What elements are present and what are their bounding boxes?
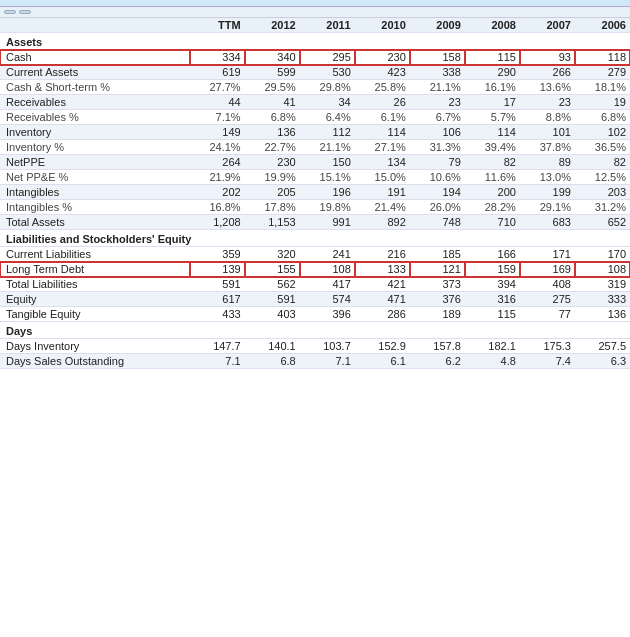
row-value: 19.9% [245,170,300,185]
col-2007-header: 2007 [520,18,575,33]
row-value: 19.8% [300,200,355,215]
col-2006-header: 2006 [575,18,630,33]
row-label: Current Assets [0,65,190,80]
row-value: 16.1% [465,80,520,95]
row-label: Intangibles [0,185,190,200]
row-value: 27.7% [190,80,245,95]
row-value: 29.5% [245,80,300,95]
row-value: 102 [575,125,630,140]
row-value: 175.3 [520,339,575,354]
section-header-row: Liabilities and Stockholders' Equity [0,230,630,247]
row-value: 6.8% [575,110,630,125]
row-value: 991 [300,215,355,230]
row-value: 319 [575,277,630,292]
row-value: 257.5 [575,339,630,354]
col-2012-header: 2012 [245,18,300,33]
row-value: 108 [300,262,355,277]
row-value: 12.5% [575,170,630,185]
row-value: 394 [465,277,520,292]
row-value: 417 [300,277,355,292]
table-row: Tangible Equity43340339628618911577136 [0,307,630,322]
row-value: 892 [355,215,410,230]
row-value: 334 [190,50,245,65]
row-value: 1,153 [245,215,300,230]
row-value: 115 [465,307,520,322]
balance-sheet-table: TTM2012201120102009200820072006 AssetsCa… [0,18,630,369]
row-value: 89 [520,155,575,170]
table-row: Equity617591574471376316275333 [0,292,630,307]
table-row: Cash & Short-term %27.7%29.5%29.8%25.8%2… [0,80,630,95]
row-value: 13.6% [520,80,575,95]
row-value: 114 [355,125,410,140]
row-value: 17 [465,95,520,110]
row-value: 139 [190,262,245,277]
row-value: 11.6% [465,170,520,185]
table-row: Total Liabilities59156241742137339440831… [0,277,630,292]
row-value: 599 [245,65,300,80]
row-value: 199 [520,185,575,200]
row-value: 112 [300,125,355,140]
row-value: 191 [355,185,410,200]
row-value: 203 [575,185,630,200]
row-value: 241 [300,247,355,262]
row-value: 340 [245,50,300,65]
row-value: 376 [410,292,465,307]
row-value: 338 [410,65,465,80]
row-value: 79 [410,155,465,170]
row-value: 115 [465,50,520,65]
row-value: 18.1% [575,80,630,95]
row-value: 433 [190,307,245,322]
row-value: 7.1% [190,110,245,125]
row-value: 134 [355,155,410,170]
table-row: Current Assets619599530423338290266279 [0,65,630,80]
row-label: Inventory % [0,140,190,155]
y-button[interactable] [19,10,31,14]
q-button[interactable] [4,10,16,14]
col-2011-header: 2011 [300,18,355,33]
row-value: 28.2% [465,200,520,215]
row-value: 5.7% [465,110,520,125]
row-value: 31.2% [575,200,630,215]
row-value: 396 [300,307,355,322]
row-value: 21.1% [410,80,465,95]
row-value: 10.6% [410,170,465,185]
table-row: Net PP&E %21.9%19.9%15.1%15.0%10.6%11.6%… [0,170,630,185]
row-value: 652 [575,215,630,230]
row-value: 471 [355,292,410,307]
row-label: Receivables % [0,110,190,125]
row-value: 82 [465,155,520,170]
row-label: Cash [0,50,190,65]
row-value: 106 [410,125,465,140]
row-value: 93 [520,50,575,65]
row-label: Days Inventory [0,339,190,354]
row-value: 316 [465,292,520,307]
row-value: 25.8% [355,80,410,95]
section-header-row: Assets [0,33,630,50]
column-headers: TTM2012201120102009200820072006 [0,18,630,33]
row-value: 29.8% [300,80,355,95]
section-label: Days [0,322,630,339]
table-row: Inventory %24.1%22.7%21.1%27.1%31.3%39.4… [0,140,630,155]
row-label: Current Liabilities [0,247,190,262]
row-value: 185 [410,247,465,262]
row-value: 683 [520,215,575,230]
row-value: 21.9% [190,170,245,185]
row-value: 23 [410,95,465,110]
row-value: 359 [190,247,245,262]
row-value: 6.1 [355,354,410,369]
row-value: 279 [575,65,630,80]
col-2009-header: 2009 [410,18,465,33]
row-value: 36.5% [575,140,630,155]
row-value: 24.1% [190,140,245,155]
row-value: 23 [520,95,575,110]
row-label: Equity [0,292,190,307]
row-label: Cash & Short-term % [0,80,190,95]
col-2008-header: 2008 [465,18,520,33]
row-value: 7.1 [190,354,245,369]
row-value: 230 [245,155,300,170]
row-label: Net PP&E % [0,170,190,185]
row-value: 114 [465,125,520,140]
row-value: 530 [300,65,355,80]
row-value: 140.1 [245,339,300,354]
row-value: 17.8% [245,200,300,215]
